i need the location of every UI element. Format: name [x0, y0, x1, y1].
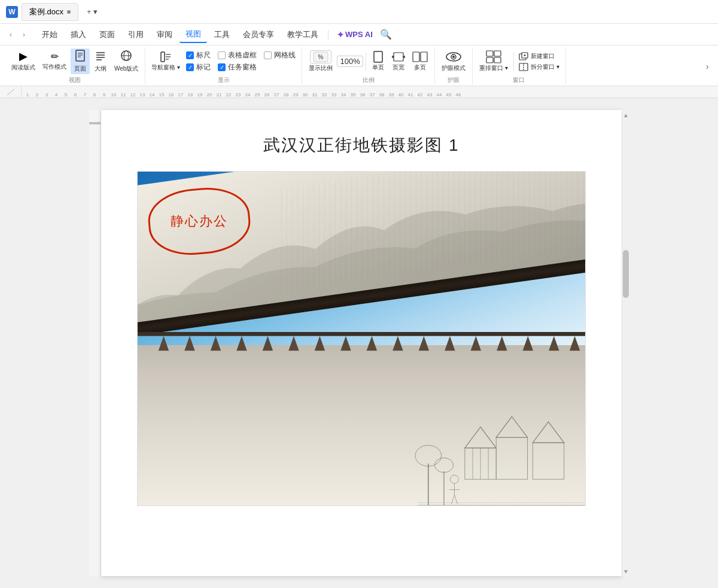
scroll-thumb[interactable] [623, 250, 629, 298]
scroll-up-button[interactable]: ▲ [623, 110, 629, 120]
web-mode-icon [120, 50, 132, 65]
single-page-button[interactable]: 单页 [369, 50, 388, 73]
task-pane-checkbox[interactable]: ✓ 任务窗格 [218, 62, 257, 72]
annotation-circle: 静心办公 [146, 184, 253, 258]
svg-point-63 [451, 475, 459, 483]
file-tab[interactable]: 案例.docx [22, 3, 78, 21]
eye-mode-label: 护眼模式 [442, 64, 466, 72]
nav-forward-button[interactable]: › [18, 29, 30, 41]
outline-mode-button[interactable]: 大纲 [91, 48, 110, 75]
ruler-area: 1 2 3 4 5 6 7 8 9 10 11 12 13 14 15 16 1… [0, 86, 718, 98]
svg-marker-46 [315, 336, 325, 351]
web-mode-button[interactable]: Web版式 [111, 48, 141, 75]
menu-page[interactable]: 页面 [93, 27, 121, 42]
eye-care-icon [445, 50, 462, 63]
table-grid-checkbox[interactable]: 表格虚框 [218, 50, 257, 60]
svg-rect-17 [374, 51, 382, 62]
eyecare-group-label: 护眼 [439, 75, 468, 84]
nav-back-button[interactable]: ‹ [5, 29, 17, 41]
split-window-button[interactable]: 拆分窗口 ▾ [516, 62, 562, 72]
menu-view[interactable]: 视图 [180, 26, 207, 43]
view-group-label: 视图 [8, 75, 141, 84]
wps-ai-button[interactable]: ✦ WPS AI [332, 28, 378, 42]
menu-tools[interactable]: 工具 [208, 27, 236, 42]
menu-vip[interactable]: 会员专享 [237, 27, 280, 42]
svg-rect-31 [494, 57, 501, 63]
sketch-buildings [272, 345, 585, 505]
write-mode-button[interactable]: ✏ 写作模式 [39, 50, 69, 72]
view-mode-buttons: ▶ 阅读版式 ✏ 写作模式 页面 大纲 [8, 48, 141, 75]
svg-marker-44 [263, 336, 273, 351]
window-items: 重排窗口 ▾ 新建窗口 拆分窗口 ▾ [476, 48, 562, 75]
vertical-ruler [89, 110, 101, 576]
svg-marker-48 [367, 336, 377, 351]
zoom-percent-icon: % [310, 50, 331, 63]
svg-rect-28 [486, 51, 493, 56]
new-window-button[interactable]: 新建窗口 [516, 51, 562, 61]
svg-line-66 [452, 495, 455, 505]
ruler-marker-top [89, 122, 101, 124]
svg-text:%: % [318, 54, 324, 60]
unsaved-indicator [67, 10, 71, 14]
page-mode-button[interactable]: 页面 [71, 48, 90, 75]
svg-marker-45 [288, 336, 299, 351]
svg-marker-49 [393, 336, 403, 351]
split-window-icon [519, 63, 528, 71]
title-bar-left: W 案例.docx + ▾ [6, 3, 102, 21]
toolbar-group-view: ▶ 阅读版式 ✏ 写作模式 页面 大纲 [5, 48, 145, 84]
menu-bar: ‹ › 开始 插入 页面 引用 审阅 视图 工具 会员专享 教学工具 ✦ WPS… [0, 24, 718, 45]
page-width-button[interactable]: 页宽 [389, 50, 408, 73]
svg-marker-40 [159, 336, 169, 351]
svg-point-71 [435, 458, 454, 473]
horizontal-ruler: 1 2 3 4 5 6 7 8 9 10 11 12 13 14 15 16 1… [22, 86, 718, 98]
mark-checkbox[interactable]: ✓ 标记 [186, 62, 211, 72]
svg-marker-55 [549, 336, 559, 351]
svg-rect-39 [138, 332, 585, 336]
zoom-percent-button[interactable]: % 显示比例 [306, 49, 336, 74]
wps-ai-icon: ✦ WPS AI [337, 30, 373, 39]
svg-marker-47 [340, 336, 351, 351]
eyecare-items: 护眼模式 [439, 48, 468, 75]
page-width-icon [392, 51, 405, 63]
page-mode-label: 页面 [74, 65, 86, 73]
new-tab-button[interactable]: + ▾ [82, 5, 102, 19]
toolbar-group-zoom: % 显示比例 100% 单页 页宽 多页 比例 [302, 48, 435, 84]
read-mode-button[interactable]: ▶ 阅读版式 [8, 50, 38, 73]
expand-button[interactable]: › [701, 60, 713, 72]
web-mode-label: Web版式 [114, 65, 138, 73]
svg-line-67 [455, 495, 458, 505]
menu-reference[interactable]: 引用 [122, 27, 150, 42]
menu-teaching[interactable]: 教学工具 [281, 27, 324, 42]
zoom-100-button[interactable]: 100% [337, 56, 363, 67]
ruler-corner [0, 86, 22, 98]
vertical-scrollbar[interactable]: ▲ ▼ [622, 110, 629, 576]
svg-marker-56 [570, 336, 580, 351]
multi-page-label: 多页 [414, 63, 426, 72]
photo-background: 静心办公 [138, 172, 585, 505]
brackets-svg [138, 332, 585, 352]
grid-checkbox[interactable]: 网格线 [264, 50, 296, 60]
new-window-label: 新建窗口 [531, 52, 555, 60]
rearrange-window-button[interactable]: 重排窗口 ▾ [476, 49, 511, 74]
svg-rect-11 [161, 52, 165, 62]
eye-mode-button[interactable]: 护眼模式 [439, 49, 468, 74]
nav-pane-button[interactable]: 导航窗格 ▾ [149, 50, 182, 73]
search-button[interactable]: 🔍 [379, 28, 393, 42]
svg-marker-41 [184, 336, 194, 351]
menu-insert[interactable]: 插入 [65, 27, 92, 42]
display-items: 导航窗格 ▾ ✓ 标尺 表格虚框 网格线 [149, 48, 298, 75]
svg-rect-61 [497, 438, 528, 480]
open-button-area: › [701, 48, 713, 84]
menu-review[interactable]: 审阅 [151, 27, 178, 42]
svg-rect-0 [76, 50, 84, 61]
svg-marker-52 [471, 336, 481, 351]
brackets-row [138, 332, 585, 352]
scroll-down-button[interactable]: ▼ [623, 566, 629, 576]
svg-point-27 [452, 56, 455, 58]
multi-page-button[interactable]: 多页 [409, 50, 431, 73]
annotation-container: 静心办公 [148, 188, 250, 254]
menu-start[interactable]: 开始 [36, 27, 63, 42]
svg-rect-23 [413, 52, 419, 62]
ruler-checkbox[interactable]: ✓ 标尺 [186, 50, 211, 60]
svg-marker-42 [211, 336, 221, 351]
